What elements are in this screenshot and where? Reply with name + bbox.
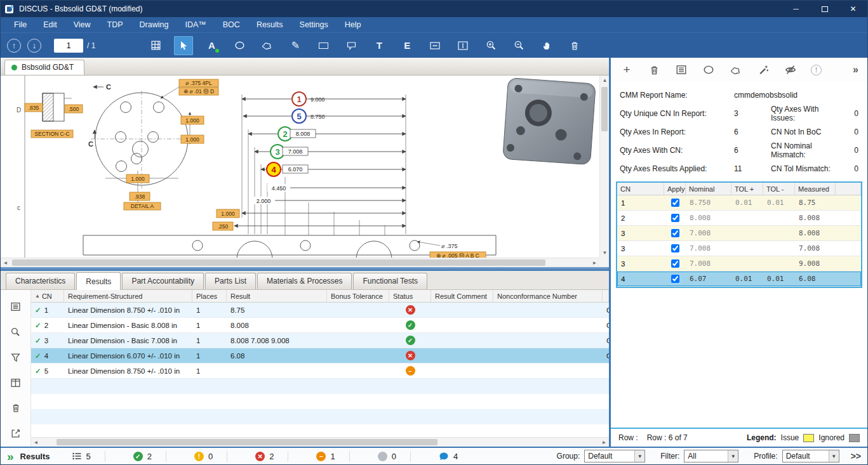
tab-characteristics[interactable]: Characteristics	[6, 273, 75, 289]
menu-drawing[interactable]: Drawing	[131, 18, 177, 31]
filter-select[interactable]: All ▼	[684, 450, 738, 462]
pan-tool-icon[interactable]	[537, 36, 556, 55]
fail-count[interactable]: ✕2	[255, 452, 274, 461]
column-header-cn[interactable]: CN	[617, 183, 664, 195]
page-input[interactable]	[54, 39, 83, 53]
column-header-requirement[interactable]: Requirement-Structured	[64, 290, 192, 302]
maximize-button[interactable]	[810, 1, 839, 17]
column-header-status[interactable]: Status	[389, 290, 431, 302]
export-icon[interactable]	[10, 427, 22, 440]
comment-count[interactable]: 4	[439, 452, 458, 461]
tab-parts-list[interactable]: Parts List	[205, 273, 256, 289]
column-header-result-comment[interactable]: Result Comment	[431, 290, 493, 302]
add-icon[interactable]: +	[620, 63, 634, 77]
highlight-938[interactable]: .938	[130, 192, 150, 200]
scroll-up-icon[interactable]: ▲	[600, 75, 610, 85]
drawing-vertical-scrollbar[interactable]: ▲ ▼	[599, 75, 609, 258]
column-header-nominal[interactable]: Nominal	[686, 183, 731, 195]
menu-ida[interactable]: IDA™	[177, 18, 214, 31]
highlight-250[interactable]: .250	[213, 222, 233, 230]
column-header-apply[interactable]: Apply	[664, 183, 686, 195]
grid-tool-icon[interactable]	[146, 36, 165, 55]
column-header-tol-minus[interactable]: TOL -	[763, 183, 795, 195]
balloon-4[interactable]: 4	[267, 162, 281, 176]
column-header-tol-plus[interactable]: TOL +	[731, 183, 763, 195]
collapse-chevrons-icon[interactable]: »	[7, 450, 14, 462]
tab-results[interactable]: Results	[76, 272, 121, 290]
highlight-1000-b[interactable]: 1.000	[181, 135, 204, 143]
menu-tdp[interactable]: TDP	[99, 18, 131, 31]
delete-icon[interactable]	[647, 63, 661, 77]
apply-checkbox[interactable]	[671, 229, 679, 237]
menu-results[interactable]: Results	[248, 18, 291, 31]
text-tool-icon[interactable]: T	[370, 36, 389, 55]
fcf-bottom[interactable]: ⊕ ⌀ .005 Ⓜ A B C	[430, 252, 486, 258]
balloon-5[interactable]: 5	[292, 109, 306, 123]
table-row[interactable]: 3 7.008 7.008	[617, 241, 861, 256]
menu-edit[interactable]: Edit	[35, 18, 65, 31]
table-row[interactable]: ✓1 Linear Dimension 8.750 +/- .010 in 1 …	[31, 303, 609, 318]
table-row[interactable]: 2 8.008 8.008	[617, 211, 861, 226]
scrollbar-thumb[interactable]	[12, 259, 545, 266]
menu-help[interactable]: Help	[337, 18, 370, 31]
annotation-style-tool-icon[interactable]: A	[202, 36, 221, 55]
total-count[interactable]: 5	[72, 451, 91, 461]
document-tab[interactable]: Bsbsolid GD&T	[4, 60, 84, 75]
zoom-in-icon[interactable]	[481, 36, 500, 55]
menu-file[interactable]: File	[6, 18, 35, 31]
ellipse-tool-icon[interactable]	[230, 36, 249, 55]
search-icon[interactable]	[10, 325, 22, 338]
list-view-icon[interactable]	[10, 300, 22, 313]
rectangle-tool-icon[interactable]	[314, 36, 333, 55]
delete-tool-icon[interactable]	[565, 36, 584, 55]
highlight-1000-a[interactable]: 1.000	[181, 116, 204, 124]
menu-boc[interactable]: BOC	[215, 18, 248, 31]
statusbar-expand-icon[interactable]: >>	[851, 451, 861, 461]
profile-select[interactable]: Default ▼	[782, 450, 839, 462]
apply-checkbox[interactable]	[671, 199, 679, 207]
fit-width-icon[interactable]	[425, 36, 444, 55]
table-row[interactable]: ✓2 Linear Dimension - Basic 8.008 in 1 8…	[31, 318, 609, 333]
page-up-icon[interactable]: ↑	[7, 39, 21, 53]
warning-count[interactable]: !0	[194, 452, 213, 461]
table-row[interactable]: 3 7.008 9.008	[617, 256, 861, 272]
scrollbar-thumb[interactable]	[601, 87, 608, 131]
tab-part-accountability[interactable]: Part Accountability	[122, 273, 204, 289]
report-list-icon[interactable]	[674, 63, 688, 77]
group-select[interactable]: Default ▼	[584, 450, 645, 462]
drawing-horizontal-scrollbar[interactable]: ◄ ►	[1, 258, 599, 267]
highlight-1000-c[interactable]: 1.000	[126, 174, 149, 183]
columns-icon[interactable]	[10, 376, 22, 389]
scrollbar-thumb[interactable]	[57, 439, 437, 445]
table-row[interactable]: ✓3 Linear Dimension - Basic 7.008 in 1 8…	[31, 333, 609, 348]
hide-eye-icon[interactable]	[784, 63, 798, 77]
column-header-nonconformance[interactable]: Nonconformance Number	[493, 290, 603, 302]
apply-checkbox[interactable]	[671, 275, 679, 283]
tab-functional-tests[interactable]: Functional Tests	[353, 273, 427, 289]
column-header-cn[interactable]: ▲CN	[31, 290, 64, 302]
panel-expand-icon[interactable]: »	[853, 64, 858, 75]
auto-apply-wand-icon[interactable]	[756, 63, 770, 77]
table-row[interactable]: 3 7.008 8.008	[617, 226, 861, 241]
scroll-left-icon[interactable]: ◄	[1, 258, 10, 268]
callout-tool-icon[interactable]	[342, 36, 361, 55]
column-header-measured[interactable]: Measured	[795, 183, 836, 195]
pencil-tool-icon[interactable]: ✎	[286, 36, 305, 55]
apply-checkbox[interactable]	[671, 214, 679, 222]
cloud-marker-icon[interactable]	[729, 63, 743, 77]
table-row[interactable]: ✓5 Linear Dimension 8.750 +/- .010 in 1 …	[31, 363, 609, 379]
filter-icon[interactable]	[10, 351, 22, 363]
minimize-button[interactable]: ─	[782, 1, 810, 17]
scroll-down-icon[interactable]: ▼	[600, 248, 610, 258]
section-cc-label[interactable]: SECTION C-C	[31, 130, 73, 138]
scroll-left-icon[interactable]: ◄	[31, 438, 41, 447]
cloud-tool-icon[interactable]	[258, 36, 277, 55]
menu-view[interactable]: View	[65, 18, 99, 31]
drawing-canvas[interactable]: D c .835 .500	[1, 75, 599, 258]
apply-checkbox[interactable]	[671, 244, 679, 252]
fit-page-icon[interactable]	[453, 36, 472, 55]
column-header-places[interactable]: Places	[192, 290, 227, 302]
close-button[interactable]: ✕	[839, 1, 867, 17]
fcf-top[interactable]: ⌀ .375 4PL ⊕ ⌀ .01 Ⓜ D	[179, 79, 218, 95]
balloon-1[interactable]: 1	[292, 92, 306, 106]
